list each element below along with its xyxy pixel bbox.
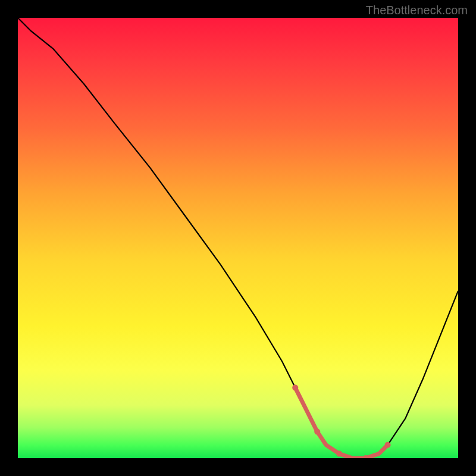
main-curve-path xyxy=(18,18,458,458)
highlight-dot xyxy=(336,451,342,457)
plot-area xyxy=(18,18,458,458)
watermark-text: TheBottleneck.com xyxy=(366,4,468,17)
chart-svg xyxy=(18,18,458,458)
highlight-segment-path xyxy=(295,388,387,458)
highlight-dot xyxy=(292,385,298,391)
highlight-dots xyxy=(292,385,390,458)
highlight-dot xyxy=(314,429,320,435)
highlight-dot xyxy=(385,442,391,448)
